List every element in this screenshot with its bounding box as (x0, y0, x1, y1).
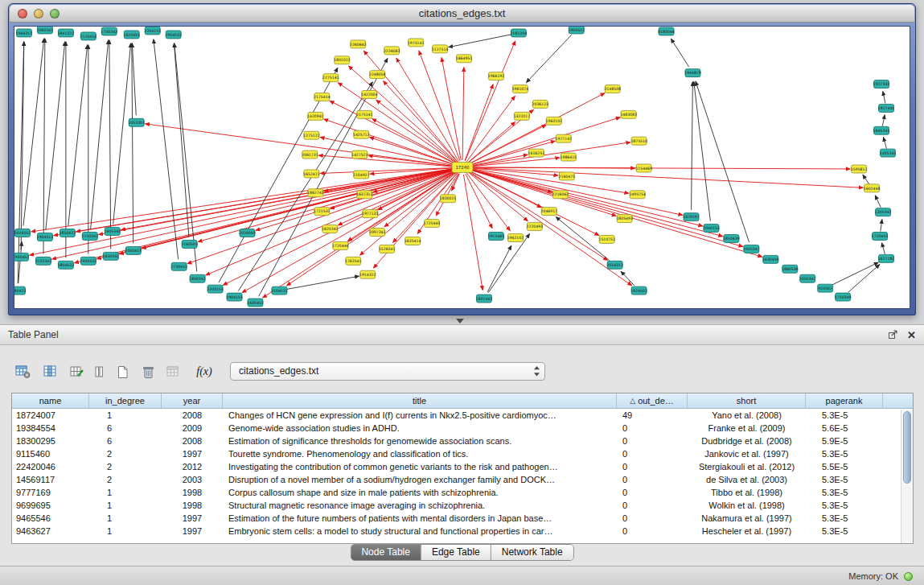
graph-node[interactable]: 1927341 (873, 80, 890, 89)
graph-node[interactable]: 1961074 (512, 85, 529, 93)
zoom-button[interactable] (50, 9, 60, 19)
graph-node[interactable]: 2226083 (384, 47, 400, 55)
graph-node[interactable]: 2061731 (302, 150, 318, 159)
graph-node[interactable]: 1986415 (561, 153, 577, 161)
graph-node[interactable]: 1763541 (345, 257, 362, 265)
table-mode-button[interactable] (11, 360, 34, 383)
graph-node[interactable]: 1915445 (488, 233, 505, 241)
column-header-year[interactable]: year (162, 393, 223, 408)
graph-node[interactable]: 1977133 (362, 210, 379, 218)
graph-node[interactable]: 1904153 (226, 293, 243, 301)
graph-node[interactable]: 1725444 (332, 241, 349, 249)
graph-node[interactable]: 1950432 (80, 257, 97, 265)
column-header-pagerank[interactable]: pagerank (806, 393, 883, 408)
table-row[interactable]: 911546021997Tourette syndrome. Phenomeno… (12, 447, 913, 460)
graph-node[interactable]: 924502 (818, 284, 833, 292)
graph-node[interactable]: 2104927 (353, 171, 370, 179)
graph-node[interactable]: 1650342 (103, 252, 120, 260)
table-row[interactable]: 1872400712008Changes of HCN gene express… (12, 409, 913, 422)
table-row[interactable]: 1830029562008Estimation of significance … (12, 435, 913, 447)
graph-node[interactable]: 1405341 (880, 149, 897, 157)
graph-node[interactable]: 2275141 (322, 74, 339, 82)
table-row[interactable]: 2242004622012Investigating the contribut… (12, 460, 913, 473)
graph-node[interactable]: 1905347 (743, 245, 760, 253)
graph-node[interactable]: 1924502 (630, 286, 647, 295)
graph-node[interactable]: 2181304 (511, 29, 528, 37)
graph-node[interactable]: 2050347 (799, 274, 816, 282)
row-height-button[interactable] (90, 360, 108, 383)
table-row[interactable]: 946362711997Embryonic stem cells: a mode… (12, 525, 913, 538)
graph-node[interactable]: 2260642 (350, 40, 367, 48)
graph-node[interactable]: 2110453 (80, 32, 97, 40)
column-header-short[interactable]: short (688, 393, 806, 408)
graph-node[interactable]: 2248058 (369, 71, 386, 79)
graph-node[interactable]: 2060542 (37, 27, 54, 34)
graph-node[interactable]: 2216062 (552, 191, 569, 199)
graph-node[interactable]: 1962102 (507, 234, 524, 242)
table-row[interactable]: 1456911722003Disruption of a novel membe… (12, 473, 913, 486)
graph-node[interactable]: 2160503 (181, 240, 198, 248)
graph-node[interactable]: 2220493 (527, 223, 544, 231)
graph-node[interactable]: 1616251 (528, 149, 545, 157)
vertical-scrollbar[interactable] (901, 410, 913, 543)
graph-node[interactable]: 2097342 (369, 229, 386, 237)
graph-node[interactable]: 1605342 (105, 228, 121, 236)
graph-node[interactable]: 1422004 (361, 91, 378, 99)
graph-node[interactable]: 1904532 (165, 31, 182, 39)
graph-node[interactable]: 2175414 (314, 93, 331, 101)
graph-node[interactable]: 1977147 (556, 134, 573, 142)
window-titlebar[interactable]: citations_edges.txt (10, 5, 914, 23)
graph-node[interactable]: 1483083 (620, 110, 637, 118)
graph-node[interactable]: 1730452 (170, 262, 187, 270)
graph-node[interactable]: 1305342 (875, 208, 892, 216)
graph-node[interactable]: 2180423 (14, 286, 26, 295)
graph-node[interactable]: 2175141 (356, 110, 373, 118)
split-pane-handle-icon[interactable] (456, 319, 464, 323)
graph-node[interactable]: 1510752 (598, 236, 615, 244)
graph-node[interactable]: 1420941 (307, 112, 324, 120)
graph-node[interactable]: 1750342 (101, 27, 118, 35)
graph-node[interactable]: 2104531 (271, 286, 288, 295)
graph-node[interactable]: 2127514 (432, 45, 449, 53)
graph-node[interactable]: 17240 (452, 163, 473, 173)
graph-node[interactable]: 2026052 (14, 229, 31, 237)
graph-node[interactable]: 2150342 (82, 233, 99, 241)
delete-button[interactable] (137, 360, 159, 383)
graph-node[interactable]: 1904513 (37, 233, 54, 241)
graph-node[interactable]: 1975141 (408, 39, 425, 47)
graph-node[interactable]: 2036123 (532, 100, 549, 108)
graph-node[interactable]: 1841322 (58, 29, 75, 37)
graph-node[interactable]: 1750349 (835, 293, 852, 301)
graph-node[interactable]: 2054312 (606, 261, 623, 269)
tab-network-table[interactable]: Network Table (491, 545, 573, 560)
graph-node[interactable]: 1425712 (353, 130, 370, 138)
graph-node[interactable]: 1427521 (351, 150, 368, 159)
table-row[interactable]: 1938455462009Genome-wide association stu… (12, 422, 913, 435)
column-header-in-degree[interactable]: in_degree (89, 393, 162, 408)
minimize-button[interactable] (34, 9, 43, 19)
graph-node[interactable]: 1862742 (307, 189, 324, 197)
graph-node[interactable]: 2026050 (239, 229, 256, 237)
table-row[interactable]: 969969511998Structural magnetic resonanc… (12, 499, 913, 512)
graph-node[interactable]: 1831442 (476, 295, 493, 303)
graph-node[interactable]: 1322017 (514, 112, 531, 120)
graph-node[interactable]: 1635414 (405, 237, 421, 245)
close-button[interactable] (18, 9, 27, 19)
graph-node[interactable]: 1930452 (14, 253, 29, 261)
graph-node[interactable]: 2204153 (144, 27, 161, 35)
graph-node[interactable]: 1850432 (60, 229, 76, 237)
table-row[interactable]: 946554611997Estimation of the future num… (12, 512, 913, 525)
graph-node[interactable]: 1804532 (58, 261, 75, 269)
graph-node[interactable]: 1966192 (488, 72, 505, 80)
graph-node[interactable]: 1805493 (616, 215, 633, 223)
graph-node[interactable]: 1664951 (456, 55, 473, 63)
edit-table-button[interactable] (66, 360, 88, 383)
graph-node[interactable]: 1495754 (629, 191, 646, 199)
graph-node[interactable]: 1875510 (630, 137, 647, 145)
column-header-name[interactable]: name (12, 393, 89, 408)
graph-node[interactable]: 1645341 (873, 126, 890, 134)
graph-node[interactable]: 1154469 (635, 164, 652, 172)
graph-node[interactable]: 2105342 (35, 257, 52, 265)
graph-node[interactable]: 1595812 (851, 165, 868, 173)
graph-node[interactable]: 2053301 (129, 118, 146, 126)
